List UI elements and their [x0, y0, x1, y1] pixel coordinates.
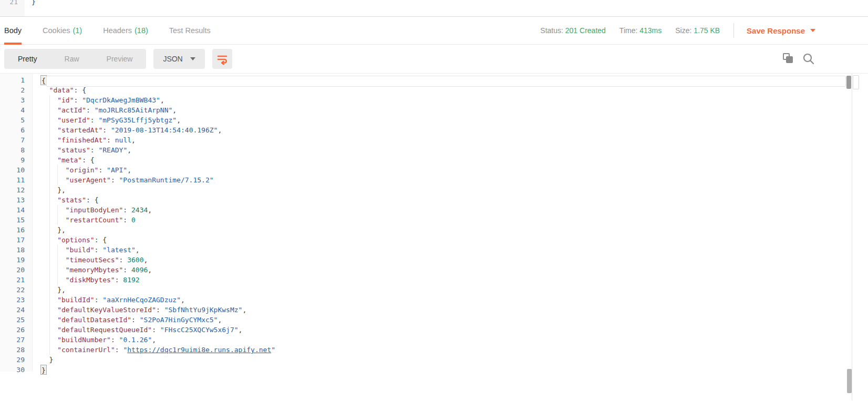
code-token: , — [127, 165, 131, 175]
container-url-link[interactable]: https://dqc1r9uimi8e.runs.apify.net — [127, 345, 271, 355]
indent-guide — [49, 145, 58, 155]
code-line: 18"build": "latest", — [0, 245, 868, 255]
code-token: : — [152, 325, 160, 335]
code-token: } — [49, 355, 54, 365]
headers-count-badge: (18) — [135, 26, 148, 35]
save-response-button[interactable]: Save Response — [747, 26, 815, 35]
code-token: : — [111, 335, 119, 345]
code-token: "SbfNhtYu9jKpKwsMz" — [164, 305, 243, 315]
code-line: 30} — [0, 365, 868, 375]
code-token: : — [95, 245, 103, 255]
code-token: "finishedAt" — [57, 135, 107, 145]
request-code-text[interactable]: } — [32, 0, 36, 6]
line-number: 7 — [0, 135, 25, 145]
code-token: : — [86, 105, 95, 115]
line-number: 30 — [0, 365, 25, 375]
indent-guide — [41, 195, 49, 205]
indent-guide — [57, 275, 66, 285]
code-token: , — [172, 105, 177, 115]
indent-guide — [49, 125, 58, 135]
tab-headers[interactable]: Headers (18) — [103, 17, 148, 45]
code-token: "origin" — [66, 165, 99, 175]
indent-guide — [41, 175, 49, 185]
horizontal-scrollbar-track[interactable] — [46, 76, 846, 87]
response-body-viewer: 1{2"data": {3"id": "DqcrDkAwegJmBWB43",4… — [0, 74, 868, 372]
scrollbar-corner — [853, 75, 859, 89]
code-token: "id" — [57, 95, 74, 105]
indent-guide — [41, 105, 49, 115]
code-token: "defaultRequestQueueId" — [57, 325, 152, 335]
code-token: : — [90, 145, 99, 155]
status-indicator: Status: 201 Created — [540, 26, 606, 35]
copy-button[interactable] — [782, 52, 795, 66]
response-meta-group: Status: 201 Created Time: 413ms Size: 1.… — [526, 23, 815, 38]
tab-headers-label: Headers — [103, 26, 132, 35]
code-token: }, — [57, 185, 66, 195]
code-line: 10"origin": "API", — [0, 165, 868, 175]
indent-guide — [57, 215, 66, 225]
code-token: : { — [86, 195, 98, 205]
indent-guide — [49, 255, 58, 265]
indent-guide — [49, 105, 58, 115]
code-line: 3"id": "DqcrDkAwegJmBWB43", — [0, 95, 868, 105]
code-token: "containerUrl" — [57, 345, 115, 355]
line-number: 4 — [0, 105, 25, 115]
line-number: 9 — [0, 155, 25, 165]
code-token: : — [123, 265, 131, 275]
code-token: 3600 — [127, 255, 143, 265]
code-line: 7"finishedAt": null, — [0, 135, 868, 145]
indent-guide — [49, 245, 58, 255]
view-mode-preview[interactable]: Preview — [93, 49, 147, 69]
language-select[interactable]: JSON — [153, 49, 204, 69]
code-line: 28"containerUrl": "https://dqc1r9uimi8e.… — [0, 345, 868, 355]
tab-cookies[interactable]: Cookies (1) — [43, 17, 82, 45]
code-line: 22}, — [0, 285, 868, 295]
code-token: "2019-08-13T14:54:40.196Z" — [111, 125, 218, 135]
code-token: : — [115, 345, 123, 355]
code-token: : — [111, 175, 119, 185]
time-indicator: Time: 413ms — [619, 26, 662, 35]
code-line: 23"buildId": "aaXrnHeCqoZAGDzuz", — [0, 295, 868, 305]
code-token: , — [131, 135, 136, 145]
page-scrollbar-thumb[interactable] — [847, 369, 852, 393]
view-mode-pretty[interactable]: Pretty — [4, 49, 51, 69]
cookies-count-badge: (1) — [73, 26, 82, 35]
indent-guide — [49, 165, 58, 175]
indent-guide — [41, 95, 49, 105]
line-number: 3 — [0, 95, 25, 105]
tab-test-results[interactable]: Test Results — [169, 17, 211, 45]
code-token: "inputBodyLen" — [66, 205, 123, 215]
copy-icon — [786, 56, 793, 63]
code-token: "DqcrDkAwegJmBWB43" — [82, 95, 160, 105]
view-mode-raw[interactable]: Raw — [51, 49, 93, 69]
line-number: 18 — [0, 245, 25, 255]
code-line: 4"actId": "moJRLRc85AitArpNN", — [0, 105, 868, 115]
tab-body[interactable]: Body — [4, 17, 22, 45]
indent-guide — [49, 185, 58, 195]
indent-guide — [41, 155, 49, 165]
search-button[interactable] — [802, 52, 815, 66]
tab-body-label: Body — [4, 26, 22, 35]
code-token: "FHscC25XQCYw5x6j7" — [160, 325, 239, 335]
code-token: 0 — [131, 215, 136, 225]
code-token: 4096 — [131, 265, 148, 275]
code-token: "defaultDatasetId" — [57, 315, 131, 325]
vertical-scrollbar-thumb[interactable] — [846, 76, 851, 89]
chevron-down-icon — [190, 57, 195, 60]
status-label: Status: — [540, 26, 563, 35]
code-line: 26"defaultRequestQueueId": "FHscC25XQCYw… — [0, 325, 868, 335]
save-response-label: Save Response — [747, 26, 805, 35]
indent-guide — [49, 335, 58, 345]
wrap-lines-button[interactable] — [212, 49, 232, 69]
indent-guide — [57, 245, 66, 255]
code-token: "restartCount" — [66, 215, 123, 225]
line-number: 15 — [0, 215, 25, 225]
indent-guide — [41, 205, 49, 215]
code-token: " — [123, 345, 127, 355]
active-tab-indicator — [4, 43, 22, 45]
code-token: : — [98, 165, 107, 175]
code-token: : — [95, 295, 103, 305]
indent-guide — [49, 215, 58, 225]
indent-guide — [41, 235, 49, 245]
code-line: 8"status": "READY", — [0, 145, 868, 155]
